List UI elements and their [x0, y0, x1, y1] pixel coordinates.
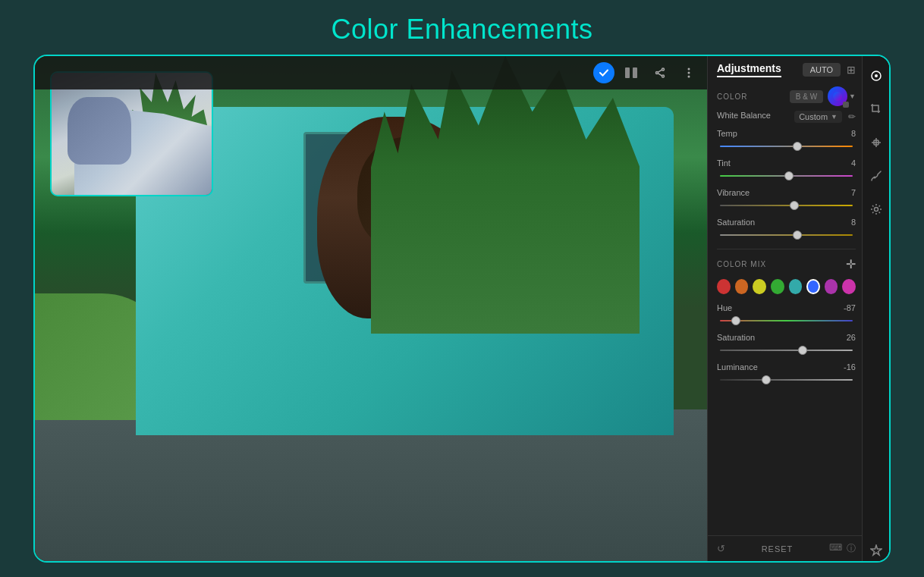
svg-line-5 [658, 70, 662, 72]
temp-value: 8 [841, 129, 856, 138]
svg-point-15 [874, 208, 878, 212]
grid-view-icon[interactable]: ⊞ [847, 64, 856, 76]
color-dot-purple[interactable] [825, 279, 838, 294]
presets-icon[interactable] [866, 540, 887, 561]
saturation-slider-row: Saturation 8 [717, 218, 856, 241]
section-divider-1 [717, 249, 856, 249]
app-container: Adjustments AUTO ⊞ COLOR B & W [33, 55, 891, 563]
hue-value: -87 [841, 303, 856, 312]
saturation-label: Saturation [717, 218, 762, 227]
color-dot-magenta[interactable] [842, 279, 856, 294]
svg-point-7 [688, 68, 690, 71]
tint-value: 4 [841, 158, 856, 168]
page-title: Color Enhancements [331, 0, 592, 55]
more-options-button[interactable] [677, 61, 701, 85]
vibrance-slider[interactable] [720, 199, 853, 212]
wb-dropdown-arrow: ▼ [831, 113, 838, 121]
luminance-slider[interactable] [720, 374, 853, 386]
reset-button[interactable]: RESET [762, 544, 794, 553]
color-dot-orange[interactable] [735, 279, 749, 294]
svg-point-8 [688, 72, 690, 74]
adjust-icon[interactable] [866, 65, 887, 86]
svg-point-3 [662, 75, 665, 77]
main-photo-area [35, 56, 707, 561]
keyboard-icon[interactable]: ⌨ [829, 542, 842, 555]
white-balance-row: White Balance Custom ▼ ✏ [717, 111, 856, 123]
color-dot-green[interactable] [771, 279, 784, 294]
color-profile-button[interactable] [828, 86, 847, 106]
color-dot-red[interactable] [717, 279, 731, 294]
svg-marker-16 [871, 545, 882, 555]
brush-icon[interactable] [866, 165, 887, 187]
panel-header: Adjustments AUTO ⊞ [717, 62, 856, 77]
healing-icon[interactable] [866, 132, 887, 153]
dropdown-arrow-icon: ▼ [849, 93, 856, 100]
hue-slider-row: Hue -87 [717, 303, 856, 327]
saturation-value: 8 [841, 218, 856, 227]
color-label: COLOR [717, 93, 748, 101]
color-dots-row [717, 279, 856, 294]
confirm-button[interactable] [593, 62, 614, 83]
compare-button[interactable] [619, 61, 643, 85]
hue-label: Hue [717, 303, 762, 312]
svg-point-4 [656, 72, 658, 74]
color-dot-yellow[interactable] [753, 279, 766, 294]
vibrance-value: 7 [841, 188, 856, 197]
svg-rect-1 [633, 67, 637, 78]
svg-rect-0 [625, 67, 630, 78]
svg-point-12 [875, 74, 878, 77]
color-section-row: COLOR B & W [717, 86, 856, 106]
color-dot-blue[interactable] [806, 279, 820, 294]
luminance-value: -16 [841, 362, 856, 372]
white-balance-dropdown[interactable]: Custom ▼ [794, 111, 842, 123]
hue-slider[interactable] [720, 315, 853, 327]
temp-slider-row: Temp 8 [717, 129, 856, 152]
info-icon[interactable]: ⓘ [847, 542, 856, 555]
white-balance-label: White Balance [717, 111, 771, 120]
saturation2-label: Saturation [717, 333, 762, 342]
luminance-label: Luminance [717, 362, 762, 372]
svg-point-10 [833, 92, 842, 101]
color-mix-add-icon[interactable]: ✛ [846, 257, 856, 271]
vibrance-slider-row: Vibrance 7 [717, 188, 856, 212]
wb-value: Custom [799, 112, 828, 121]
saturation2-slider-row: Saturation 26 [717, 333, 856, 356]
vibrance-label: Vibrance [717, 188, 762, 197]
share-button[interactable] [648, 61, 672, 85]
svg-point-2 [662, 68, 665, 71]
auto-button[interactable]: AUTO [803, 63, 841, 77]
color-mix-label: COLOR MIX [717, 260, 766, 268]
saturation2-slider[interactable] [720, 344, 853, 356]
color-mode-controls: B & W [790, 86, 856, 106]
saturation-slider[interactable] [720, 229, 853, 241]
top-toolbar [35, 56, 707, 89]
temp-label: Temp [717, 129, 762, 138]
luminance-slider-row: Luminance -16 [717, 362, 856, 386]
adjustments-label: Adjustments [717, 62, 781, 77]
svg-point-9 [688, 76, 690, 78]
history-icon[interactable]: ↺ [717, 543, 725, 554]
saturation2-value: 26 [841, 333, 856, 342]
svg-line-6 [658, 74, 662, 76]
panel-header-left: Adjustments [717, 62, 781, 77]
svg-point-14 [873, 177, 875, 179]
crop-icon[interactable] [866, 99, 887, 120]
tint-label: Tint [717, 158, 762, 168]
eyedropper-icon[interactable]: ✏ [848, 111, 856, 122]
bw-button[interactable]: B & W [790, 90, 823, 103]
tint-slider[interactable] [720, 170, 853, 182]
thumbnail-before-image [50, 71, 213, 196]
adjustments-panel: Adjustments AUTO ⊞ COLOR B & W [707, 56, 889, 561]
settings-icon[interactable] [866, 199, 887, 220]
temp-slider[interactable] [720, 140, 853, 152]
side-icons-panel [862, 56, 889, 561]
color-mix-header: COLOR MIX ✛ [717, 257, 856, 271]
tint-slider-row: Tint 4 [717, 158, 856, 182]
color-dot-teal[interactable] [789, 279, 803, 294]
